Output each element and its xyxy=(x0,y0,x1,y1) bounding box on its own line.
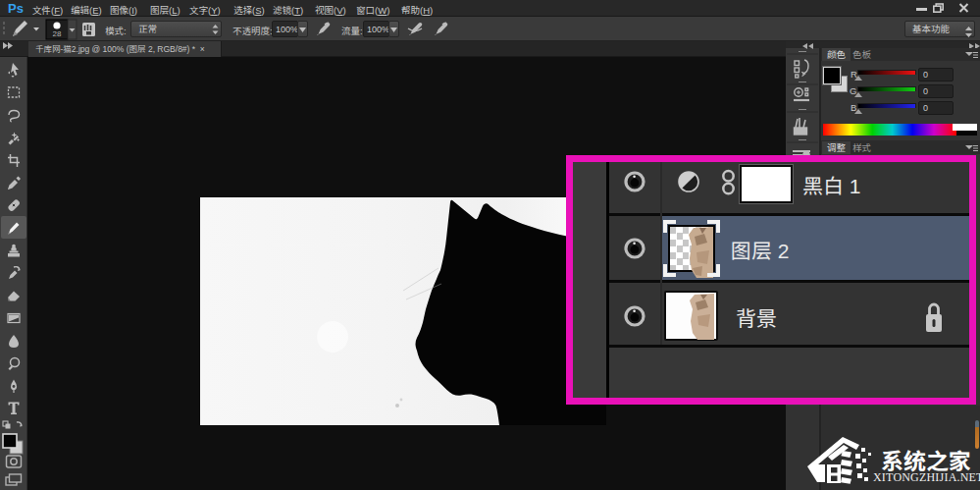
svg-text:28: 28 xyxy=(53,29,62,38)
